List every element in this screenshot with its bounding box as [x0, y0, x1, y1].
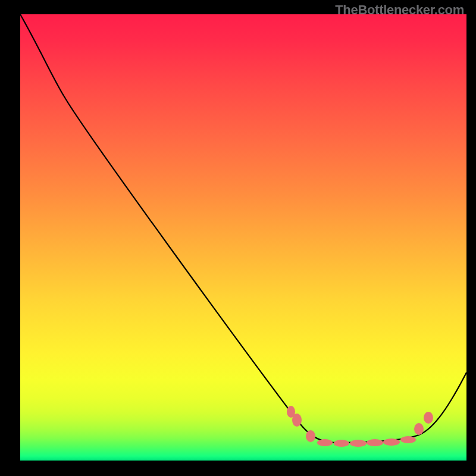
background-gradient	[20, 14, 466, 461]
attribution-label: TheBottlenecker.com	[335, 2, 464, 18]
chart-area	[20, 14, 466, 461]
